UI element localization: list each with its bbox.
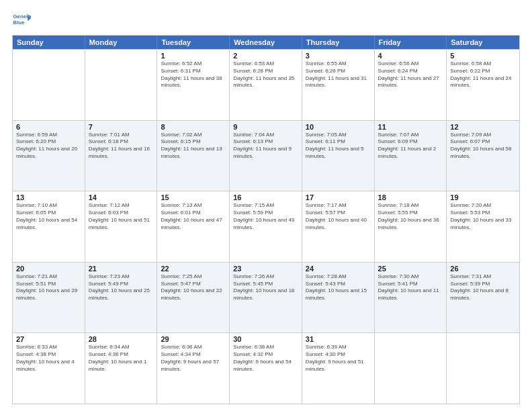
day-info: Sunrise: 7:02 AM Sunset: 6:15 PM Dayligh… (161, 132, 226, 161)
day-info: Sunrise: 7:20 AM Sunset: 5:53 PM Dayligh… (450, 202, 516, 231)
calendar-row-4: 27Sunrise: 6:33 AM Sunset: 4:38 PM Dayli… (13, 332, 519, 404)
day-info: Sunrise: 6:38 AM Sunset: 4:32 PM Dayligh… (233, 344, 298, 373)
day-info: Sunrise: 6:36 AM Sunset: 4:34 PM Dayligh… (161, 344, 226, 373)
header-day-thursday: Thursday (302, 36, 375, 49)
day-info: Sunrise: 7:30 AM Sunset: 5:41 PM Dayligh… (378, 273, 443, 302)
day-number: 4 (378, 52, 443, 60)
header-day-friday: Friday (375, 36, 447, 49)
day-info: Sunrise: 6:33 AM Sunset: 4:38 PM Dayligh… (16, 344, 81, 373)
day-number: 8 (161, 123, 226, 131)
calendar-cell-0-6: 5Sunrise: 6:58 AM Sunset: 6:22 PM Daylig… (447, 50, 519, 120)
calendar-cell-4-6 (447, 333, 519, 404)
day-number: 25 (378, 265, 443, 273)
calendar-cell-4-5 (375, 333, 447, 404)
day-info: Sunrise: 7:31 AM Sunset: 5:39 PM Dayligh… (450, 273, 516, 302)
day-info: Sunrise: 7:17 AM Sunset: 5:57 PM Dayligh… (306, 202, 371, 231)
calendar-cell-3-1: 21Sunrise: 7:23 AM Sunset: 5:49 PM Dayli… (85, 263, 158, 333)
day-info: Sunrise: 7:25 AM Sunset: 5:47 PM Dayligh… (161, 273, 226, 302)
calendar-cell-1-4: 10Sunrise: 7:05 AM Sunset: 6:11 PM Dayli… (302, 121, 375, 191)
day-info: Sunrise: 7:18 AM Sunset: 5:55 PM Dayligh… (378, 202, 443, 231)
day-number: 24 (306, 265, 371, 273)
day-number: 6 (16, 123, 81, 131)
calendar-cell-1-2: 8Sunrise: 7:02 AM Sunset: 6:15 PM Daylig… (157, 121, 230, 191)
day-info: Sunrise: 7:15 AM Sunset: 5:59 PM Dayligh… (233, 202, 298, 231)
calendar-row-3: 20Sunrise: 7:21 AM Sunset: 5:51 PM Dayli… (13, 262, 519, 333)
day-info: Sunrise: 6:34 AM Sunset: 4:36 PM Dayligh… (89, 344, 154, 373)
day-number: 20 (16, 265, 81, 273)
day-number: 28 (89, 335, 154, 343)
calendar-row-1: 6Sunrise: 6:59 AM Sunset: 6:20 PM Daylig… (13, 120, 519, 191)
calendar-cell-1-5: 11Sunrise: 7:07 AM Sunset: 6:09 PM Dayli… (375, 121, 447, 191)
logo: General Blue (12, 11, 34, 30)
day-info: Sunrise: 7:07 AM Sunset: 6:09 PM Dayligh… (378, 132, 443, 161)
day-number: 15 (161, 193, 226, 201)
calendar-row-2: 13Sunrise: 7:10 AM Sunset: 6:05 PM Dayli… (13, 191, 519, 262)
day-number: 16 (233, 193, 298, 201)
calendar-cell-0-5: 4Sunrise: 6:56 AM Sunset: 6:24 PM Daylig… (375, 50, 447, 120)
day-number: 14 (89, 193, 154, 201)
day-number: 26 (450, 265, 516, 273)
header-day-wednesday: Wednesday (230, 36, 302, 49)
day-number: 1 (161, 52, 226, 60)
day-number: 19 (450, 193, 516, 201)
day-info: Sunrise: 7:12 AM Sunset: 6:03 PM Dayligh… (89, 202, 154, 231)
day-info: Sunrise: 7:09 AM Sunset: 6:07 PM Dayligh… (450, 132, 516, 161)
calendar-cell-4-2: 29Sunrise: 6:36 AM Sunset: 4:34 PM Dayli… (157, 333, 230, 404)
calendar-cell-3-2: 22Sunrise: 7:25 AM Sunset: 5:47 PM Dayli… (157, 263, 230, 333)
calendar-cell-3-4: 24Sunrise: 7:28 AM Sunset: 5:43 PM Dayli… (302, 263, 375, 333)
day-number: 21 (89, 265, 154, 273)
calendar-cell-0-2: 1Sunrise: 6:52 AM Sunset: 6:31 PM Daylig… (157, 50, 230, 120)
calendar-cell-2-5: 18Sunrise: 7:18 AM Sunset: 5:55 PM Dayli… (375, 191, 447, 262)
calendar-cell-2-0: 13Sunrise: 7:10 AM Sunset: 6:05 PM Dayli… (13, 191, 85, 262)
day-number: 30 (233, 335, 298, 343)
day-number: 17 (306, 193, 371, 201)
calendar-cell-3-5: 25Sunrise: 7:30 AM Sunset: 5:41 PM Dayli… (375, 263, 447, 333)
day-info: Sunrise: 6:52 AM Sunset: 6:31 PM Dayligh… (161, 60, 226, 89)
calendar-cell-2-4: 17Sunrise: 7:17 AM Sunset: 5:57 PM Dayli… (302, 191, 375, 262)
day-number: 11 (378, 123, 443, 131)
header-day-monday: Monday (85, 36, 158, 49)
day-info: Sunrise: 6:39 AM Sunset: 4:30 PM Dayligh… (306, 344, 371, 373)
calendar-cell-1-6: 12Sunrise: 7:09 AM Sunset: 6:07 PM Dayli… (447, 121, 519, 191)
day-info: Sunrise: 7:04 AM Sunset: 6:13 PM Dayligh… (233, 132, 298, 161)
day-info: Sunrise: 7:10 AM Sunset: 6:05 PM Dayligh… (16, 202, 81, 231)
day-number: 18 (378, 193, 443, 201)
day-number: 12 (450, 123, 516, 131)
logo-icon: General Blue (12, 11, 31, 30)
day-number: 2 (233, 52, 298, 60)
day-number: 22 (161, 265, 226, 273)
day-info: Sunrise: 7:05 AM Sunset: 6:11 PM Dayligh… (306, 132, 371, 161)
day-number: 3 (306, 52, 371, 60)
calendar-row-0: 1Sunrise: 6:52 AM Sunset: 6:31 PM Daylig… (13, 49, 519, 120)
calendar-cell-0-3: 2Sunrise: 6:53 AM Sunset: 6:28 PM Daylig… (230, 50, 302, 120)
day-info: Sunrise: 7:01 AM Sunset: 6:18 PM Dayligh… (89, 132, 154, 161)
calendar-cell-4-1: 28Sunrise: 6:34 AM Sunset: 4:36 PM Dayli… (85, 333, 158, 404)
calendar-cell-0-1 (85, 50, 158, 120)
header-day-sunday: Sunday (13, 36, 85, 49)
calendar-cell-0-4: 3Sunrise: 6:55 AM Sunset: 6:26 PM Daylig… (302, 50, 375, 120)
calendar-cell-1-3: 9Sunrise: 7:04 AM Sunset: 6:13 PM Daylig… (230, 121, 302, 191)
day-number: 5 (450, 52, 516, 60)
day-info: Sunrise: 7:26 AM Sunset: 5:45 PM Dayligh… (233, 273, 298, 302)
calendar-cell-2-2: 15Sunrise: 7:13 AM Sunset: 6:01 PM Dayli… (157, 191, 230, 262)
calendar-cell-1-1: 7Sunrise: 7:01 AM Sunset: 6:18 PM Daylig… (85, 121, 158, 191)
day-number: 7 (89, 123, 154, 131)
calendar-cell-4-4: 31Sunrise: 6:39 AM Sunset: 4:30 PM Dayli… (302, 333, 375, 404)
day-info: Sunrise: 6:55 AM Sunset: 6:26 PM Dayligh… (306, 60, 371, 89)
calendar-cell-2-1: 14Sunrise: 7:12 AM Sunset: 6:03 PM Dayli… (85, 191, 158, 262)
calendar-cell-2-6: 19Sunrise: 7:20 AM Sunset: 5:53 PM Dayli… (447, 191, 519, 262)
header-day-saturday: Saturday (447, 36, 519, 49)
day-info: Sunrise: 7:21 AM Sunset: 5:51 PM Dayligh… (16, 273, 81, 302)
day-number: 9 (233, 123, 298, 131)
day-info: Sunrise: 6:59 AM Sunset: 6:20 PM Dayligh… (16, 132, 81, 161)
calendar-header: SundayMondayTuesdayWednesdayThursdayFrid… (13, 36, 519, 49)
calendar: SundayMondayTuesdayWednesdayThursdayFrid… (12, 35, 520, 404)
day-number: 29 (161, 335, 226, 343)
calendar-body: 1Sunrise: 6:52 AM Sunset: 6:31 PM Daylig… (13, 49, 519, 404)
calendar-cell-1-0: 6Sunrise: 6:59 AM Sunset: 6:20 PM Daylig… (13, 121, 85, 191)
day-info: Sunrise: 6:53 AM Sunset: 6:28 PM Dayligh… (233, 60, 298, 89)
day-info: Sunrise: 6:58 AM Sunset: 6:22 PM Dayligh… (450, 60, 516, 89)
day-number: 23 (233, 265, 298, 273)
calendar-cell-0-0 (13, 50, 85, 120)
day-info: Sunrise: 6:56 AM Sunset: 6:24 PM Dayligh… (378, 60, 443, 89)
